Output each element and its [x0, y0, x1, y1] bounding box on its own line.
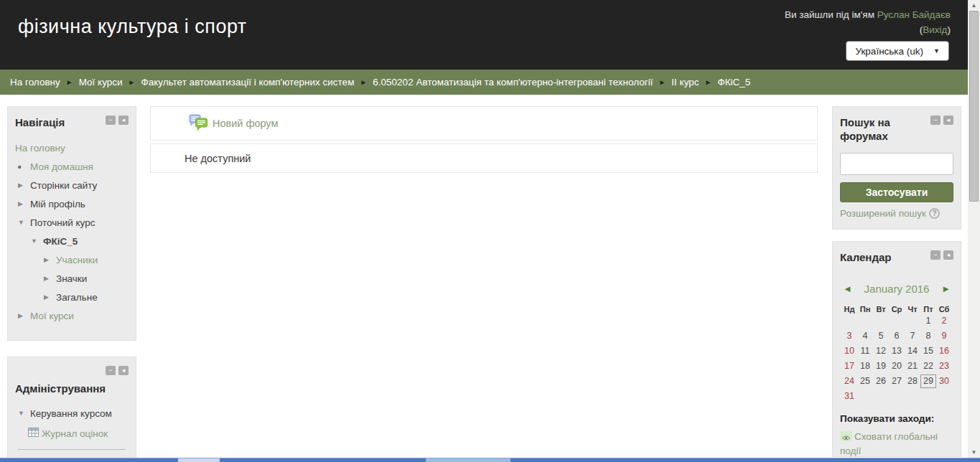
help-icon[interactable]: ? [929, 208, 940, 219]
breadcrumb-item[interactable]: 6.050202 Автоматизація та комп'ютерно-ін… [373, 77, 653, 88]
calendar-day-headers: НдПнВтСрЧтПтСб [840, 305, 953, 314]
chevron-right-icon[interactable]: ▶ [18, 181, 30, 190]
calendar-day-cell: 22 [920, 359, 936, 373]
calendar-next-month-icon[interactable]: ► [941, 283, 951, 294]
logout-link[interactable]: Вихід [923, 24, 947, 35]
breadcrumb-item[interactable]: Мої курси [79, 77, 123, 88]
breadcrumb-separator-icon: ► [129, 78, 136, 86]
chevron-right-icon[interactable]: ▶ [44, 293, 56, 302]
chevron-right-icon[interactable]: ▶ [18, 199, 30, 209]
nav-item-participants[interactable]: ▶Учасники [15, 255, 129, 265]
minimize-block-icon[interactable]: − [930, 250, 941, 260]
chevron-down-icon: ▼ [933, 47, 940, 55]
calendar-day-header: Ср [889, 305, 905, 314]
admin-item-gradebook[interactable]: Журнал оцінок [15, 428, 129, 440]
dock-block-icon[interactable]: ◂ [943, 250, 953, 260]
breadcrumb-item[interactable]: Факультет автоматизації і комп'ютерних с… [141, 77, 354, 88]
forum-activity-row: Новий форум [150, 106, 818, 141]
calendar-day-cell: 17 [841, 359, 857, 373]
calendar-day-cell [920, 390, 936, 403]
language-selected-label: Українська (uk) [855, 46, 923, 57]
scroll-down-icon[interactable]: ▼ [968, 449, 980, 456]
forum-search-input[interactable] [840, 153, 953, 175]
calendar-day-header: Чт [905, 305, 920, 314]
forum-search-submit-button[interactable]: Застосувати [840, 182, 953, 202]
minimize-block-icon[interactable]: − [930, 116, 941, 125]
chevron-right-icon[interactable]: ▶ [44, 274, 56, 283]
nav-item-badges[interactable]: ▶Значки [15, 274, 129, 283]
calendar-block: Календар − ◂ ◄ January 2016 ► НдПнВтСрЧт… [832, 241, 961, 457]
page-title: фізична культура і спорт [18, 16, 247, 38]
minimize-block-icon[interactable]: − [106, 366, 116, 375]
calendar-day-cell: 7 [905, 329, 920, 343]
calendar-day-cell [873, 314, 889, 328]
navigation-block-title: Навігація [15, 116, 65, 129]
calendar-today-cell: 29 [920, 374, 936, 388]
right-column: Пошук на форумах − ◂ Застосувати Розшире… [832, 106, 961, 457]
chevron-down-icon[interactable]: ▼ [18, 218, 30, 227]
breadcrumb-separator-icon: ► [658, 78, 666, 86]
chevron-right-icon[interactable]: ▶ [18, 311, 30, 321]
breadcrumb-item[interactable]: ФКіС_5 [717, 77, 750, 88]
dock-block-icon[interactable]: ◂ [943, 116, 953, 125]
hide-global-events-toggle[interactable]: Сховати глобальні події [840, 430, 953, 457]
nav-item-home[interactable]: На головну [15, 143, 129, 153]
calendar-day-header: Вт [873, 305, 889, 314]
breadcrumb-item[interactable]: На головну [10, 77, 60, 88]
taskbar-segment [426, 458, 510, 462]
taskbar-segment [178, 458, 220, 462]
navigation-block: Навігація − ◂ На головну ■Моя домашня ▶С… [7, 106, 136, 341]
user-profile-link[interactable]: Руслан Байдаєв [877, 9, 951, 20]
calendar-day-header: Сб [936, 305, 952, 314]
nav-item-my-home[interactable]: ■Моя домашня [15, 162, 129, 171]
scroll-up-icon[interactable]: ▲ [968, 2, 980, 9]
breadcrumb-item[interactable]: II курс [671, 77, 699, 88]
calendar-day-cell [889, 314, 905, 328]
left-column: Навігація − ◂ На головну ■Моя домашня ▶С… [7, 106, 136, 462]
forum-link[interactable]: Новий форум [213, 118, 278, 129]
calendar-day-cell [857, 314, 873, 328]
administration-block: − ◂ Адміністрування ▼Керування курсом Жу… [7, 357, 136, 462]
calendar-day-cell: 11 [857, 344, 873, 358]
nav-item-site-pages[interactable]: ▶Сторінки сайту [15, 181, 129, 190]
chevron-down-icon[interactable]: ▼ [31, 237, 43, 246]
availability-text: Не доступний [185, 153, 251, 164]
calendar-day-header: Пт [920, 305, 936, 314]
nav-item-general[interactable]: ▶Загальне [15, 293, 129, 302]
dock-block-icon[interactable]: ◂ [118, 366, 129, 375]
calendar-day-cell: 14 [905, 344, 920, 358]
calendar-day-cell: 2 [936, 314, 952, 328]
calendar-day-cell [936, 390, 952, 403]
administration-block-title: Адміністрування [15, 382, 129, 395]
nav-item-my-profile[interactable]: ▶Мій профіль [15, 199, 129, 209]
calendar-month-label: January 2016 [864, 283, 930, 295]
calendar-grid: 1234567891011121314151617181920212223242… [840, 314, 953, 404]
calendar-day-cell: 6 [889, 329, 905, 343]
calendar-events-heading: Показувати заходи: [840, 413, 953, 424]
calendar-day-header: Нд [841, 305, 857, 314]
vertical-scrollbar[interactable]: ▲ ▼ [968, 0, 980, 462]
nav-item-my-courses[interactable]: ▶Мої курси [15, 311, 129, 321]
breadcrumb-separator-icon: ► [705, 78, 712, 86]
advanced-search-link[interactable]: Розширений пошук [840, 208, 926, 219]
scrollbar-thumb[interactable] [969, 11, 979, 202]
nav-item-course-fkis5[interactable]: ▼ФКіС_5 [15, 237, 129, 246]
chevron-right-icon[interactable]: ▶ [44, 255, 56, 265]
calendar-day-cell: 19 [873, 359, 889, 373]
paren-close: ) [948, 24, 951, 35]
calendar-prev-month-icon[interactable]: ◄ [843, 283, 852, 294]
calendar-day-cell: 9 [936, 329, 952, 343]
forum-search-title: Пошук на форумах [840, 116, 912, 143]
calendar-day-cell [841, 314, 857, 328]
chevron-down-icon[interactable]: ▼ [18, 409, 30, 418]
calendar-day-header: Пн [857, 305, 873, 314]
calendar-day-cell [857, 390, 873, 403]
minimize-block-icon[interactable]: − [106, 116, 116, 125]
breadcrumb: На головну►Мої курси►Факультет автоматиз… [0, 70, 968, 95]
language-selector[interactable]: Українська (uk) ▼ [846, 41, 949, 61]
calendar-day-cell: 15 [920, 344, 936, 358]
dock-block-icon[interactable]: ◂ [118, 116, 129, 125]
nav-item-current-course[interactable]: ▼Поточний курс [15, 218, 129, 227]
eye-icon [840, 431, 852, 441]
admin-item-course-administration[interactable]: ▼Керування курсом [15, 409, 129, 418]
